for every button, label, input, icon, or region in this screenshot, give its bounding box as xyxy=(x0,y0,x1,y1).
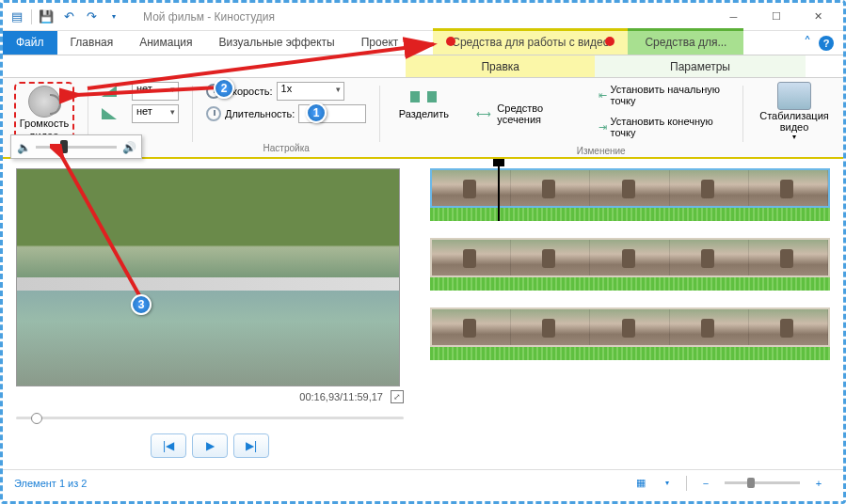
svg-marker-1 xyxy=(102,108,117,119)
subtab-edit[interactable]: Правка xyxy=(406,55,595,77)
speed-combo[interactable]: 1x xyxy=(277,82,344,101)
chevron-down-icon: ▾ xyxy=(792,133,796,141)
clock-icon xyxy=(206,84,221,99)
set-end-label: Установить конечную точку xyxy=(611,116,726,138)
tab-animation[interactable]: Анимация xyxy=(126,31,205,55)
thumbnail-view-icon[interactable]: ▦ xyxy=(630,474,652,493)
ribbon-group-stabilize: Стабилизация видео ▾ xyxy=(751,82,838,155)
close-button[interactable]: ✕ xyxy=(797,4,839,30)
set-start-point-button[interactable]: ⇤ Установить начальную точку xyxy=(595,82,730,108)
fade-out-icon xyxy=(102,108,117,119)
group-label-edit: Изменение xyxy=(577,146,626,158)
zoom-slider[interactable] xyxy=(725,481,800,484)
collapse-ribbon-icon[interactable]: ˄ xyxy=(804,34,811,52)
timeline-pane[interactable] xyxy=(417,159,843,469)
qat-dropdown-icon[interactable]: ▾ xyxy=(104,7,124,27)
preview-pane: 00:16,93/11:59,17 ⤢ |◀ ▶ ▶| xyxy=(3,159,417,469)
set-end-point-button[interactable]: ⇥ Установить конечную точку xyxy=(595,114,730,140)
zoom-in-button[interactable]: + xyxy=(807,474,830,493)
volume-max-icon[interactable]: 🔊 xyxy=(122,141,136,152)
context-tab-video-tools[interactable]: Средства для работы с видео xyxy=(433,28,628,55)
time-display: 00:16,93/11:59,17 xyxy=(299,391,383,402)
zoom-out-button[interactable]: − xyxy=(694,474,717,493)
stabilize-label: Стабилизация видео xyxy=(757,110,832,133)
timeline-clip[interactable] xyxy=(430,238,830,277)
trim-label: Средство усечения xyxy=(497,102,573,125)
ribbon-group-settings: Скорость: 1x Длительность: Настройка xyxy=(200,82,372,155)
title-bar: ▤ 💾 ↶ ↷ ▾ Мой фильм - Киностудия ─ ☐ ✕ xyxy=(3,3,843,31)
help-icon[interactable]: ? xyxy=(819,36,834,51)
undo-icon[interactable]: ↶ xyxy=(58,7,79,27)
duration-label: Длительность: xyxy=(225,108,295,119)
trim-icon: ⟷ xyxy=(476,108,491,120)
volume-slider[interactable] xyxy=(36,146,117,149)
group-label-settings: Настройка xyxy=(263,143,310,155)
tab-file[interactable]: Файл xyxy=(3,31,57,55)
split-label: Разделить xyxy=(399,108,449,119)
stabilize-icon xyxy=(777,82,811,110)
zoom-slider-thumb[interactable] xyxy=(747,478,755,488)
subtab-parameters[interactable]: Параметры xyxy=(595,55,806,77)
context-tab-extra[interactable]: Средства для... xyxy=(628,28,743,55)
minimize-button[interactable]: ─ xyxy=(712,4,755,30)
speaker-icon xyxy=(28,86,60,118)
app-menu-icon[interactable]: ▤ xyxy=(7,7,27,27)
fade-in-combo[interactable]: нет xyxy=(132,82,179,101)
end-point-icon: ⇥ xyxy=(599,121,607,134)
svg-marker-0 xyxy=(102,86,117,97)
split-button[interactable]: Разделить xyxy=(393,82,454,123)
tab-project[interactable]: Проект xyxy=(348,31,412,55)
duration-icon xyxy=(206,106,221,121)
ribbon-group-split-wrap: Разделить xyxy=(388,82,459,155)
playback-controls: |◀ ▶ ▶| xyxy=(16,433,404,458)
timeline-playhead[interactable] xyxy=(498,165,500,221)
ribbon-group-edit: ⟷ Средство усечения ⇤ Установить начальн… xyxy=(467,82,735,155)
timeline-audio-track[interactable] xyxy=(430,208,830,221)
status-text: Элемент 1 из 2 xyxy=(14,478,87,489)
fade-in-icon xyxy=(102,86,117,97)
speed-label: Скорость: xyxy=(225,86,273,97)
tab-visual-effects[interactable]: Визуальные эффекты xyxy=(206,31,348,55)
play-button[interactable]: ▶ xyxy=(192,433,228,458)
stabilize-button[interactable]: Стабилизация видео ▾ xyxy=(757,82,832,141)
duration-input[interactable] xyxy=(298,104,366,123)
volume-mute-icon[interactable]: 🔈 xyxy=(17,141,30,152)
timeline-clip[interactable] xyxy=(430,307,830,347)
volume-slider-thumb[interactable] xyxy=(60,140,68,153)
timeline-audio-track[interactable] xyxy=(430,347,830,360)
chevron-down-icon[interactable]: ▾ xyxy=(656,474,678,493)
fade-out-combo[interactable]: нет xyxy=(132,104,179,123)
trim-tool-button[interactable]: ⟷ Средство усечения xyxy=(472,82,577,146)
save-icon[interactable]: 💾 xyxy=(36,7,56,27)
ribbon-tabs: Файл Главная Анимация Визуальные эффекты… xyxy=(3,31,843,55)
scrub-thumb[interactable] xyxy=(31,413,42,424)
timeline-audio-track[interactable] xyxy=(430,277,830,291)
quick-access-toolbar: ▤ 💾 ↶ ↷ ▾ xyxy=(7,7,124,27)
context-subtabs: Правка Параметры xyxy=(3,55,843,78)
preview-canvas[interactable] xyxy=(16,168,400,386)
volume-slider-popup: 🔈 🔊 xyxy=(10,134,142,159)
next-frame-button[interactable]: ▶| xyxy=(233,433,269,458)
timeline-clip[interactable] xyxy=(430,168,830,208)
tab-home[interactable]: Главная xyxy=(57,31,127,55)
redo-icon[interactable]: ↷ xyxy=(81,7,102,27)
set-start-label: Установить начальную точку xyxy=(611,84,726,106)
prev-frame-button[interactable]: |◀ xyxy=(151,433,186,458)
maximize-button[interactable]: ☐ xyxy=(755,4,797,30)
window-title: Мой фильм - Киностудия xyxy=(143,10,712,24)
main-area: 00:16,93/11:59,17 ⤢ |◀ ▶ ▶| xyxy=(3,159,843,469)
split-icon xyxy=(410,86,437,108)
scrub-bar[interactable] xyxy=(16,411,404,424)
status-bar: Элемент 1 из 2 ▦ ▾ − + xyxy=(3,469,843,496)
start-point-icon: ⇤ xyxy=(599,89,607,102)
fullscreen-icon[interactable]: ⤢ xyxy=(391,390,404,403)
